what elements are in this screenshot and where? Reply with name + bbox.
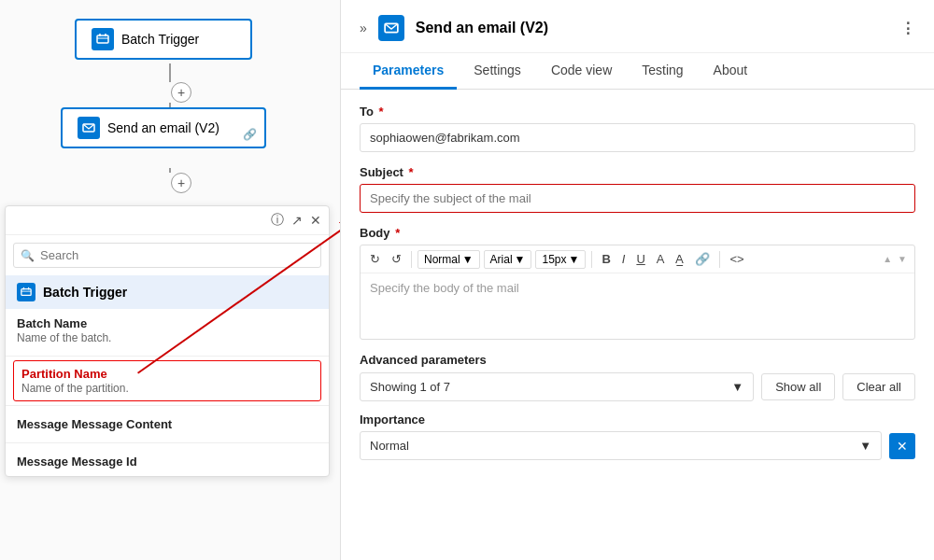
divider-2 <box>6 405 329 406</box>
svg-rect-5 <box>21 289 31 296</box>
importance-label: Importance <box>360 413 882 427</box>
show-all-button[interactable]: Show all <box>761 373 835 400</box>
tab-bar: Parameters Settings Code view Testing Ab… <box>341 53 934 90</box>
divider-1 <box>6 356 329 357</box>
scroll-down[interactable]: ▼ <box>896 252 909 266</box>
body-content-area[interactable]: Specify the body of the mail <box>361 273 914 339</box>
send-email-label: Send an email (V2) <box>107 120 219 135</box>
body-field-group: Body * ↻ ↺ Normal ▼ Arial ▼ 15p <box>360 226 915 340</box>
to-required: * <box>379 105 384 119</box>
divider-3 <box>6 442 329 443</box>
remove-importance-button[interactable]: ✕ <box>889 433 915 459</box>
body-required: * <box>395 226 400 240</box>
link-icon: 🔗 <box>243 128 257 141</box>
add-step-below[interactable]: + <box>171 173 191 193</box>
connector-line-3 <box>169 168 171 173</box>
dropdown-header: ⓘ ↗ ✕ <box>6 206 329 235</box>
subject-label: Subject * <box>360 165 915 179</box>
batch-trigger-label: Batch Trigger <box>121 32 199 47</box>
message-id-item[interactable]: Message Message Id <box>6 447 329 476</box>
advanced-showing: Showing 1 of 7 <box>370 380 450 394</box>
section-title: Batch Trigger <box>43 285 127 300</box>
importance-row: Importance Normal ▼ ✕ <box>360 413 915 460</box>
subject-required: * <box>409 165 414 179</box>
highlight-button[interactable]: A̲ <box>672 249 687 269</box>
underline-button[interactable]: U <box>632 249 648 269</box>
style-label: Normal <box>424 253 460 266</box>
style-dropdown[interactable]: Normal ▼ <box>417 250 480 269</box>
scroll-up[interactable]: ▲ <box>881 252 894 266</box>
code-button[interactable]: <> <box>726 249 747 269</box>
right-panel: » Send an email (V2) ⋮ Parameters Settin… <box>341 0 934 560</box>
send-email-node[interactable]: Send an email (V2) 🔗 <box>61 107 266 148</box>
sep-3 <box>719 251 720 268</box>
redo-button[interactable]: ↺ <box>388 249 405 269</box>
close-icon[interactable]: ✕ <box>310 213 321 228</box>
batch-name-title: Batch Name <box>17 316 318 330</box>
body-placeholder: Specify the body of the mail <box>370 281 519 295</box>
sep-1 <box>411 251 412 268</box>
advanced-row: Showing 1 of 7 ▼ Show all Clear all <box>360 372 915 401</box>
search-input[interactable] <box>13 243 321 268</box>
sep-2 <box>591 251 592 268</box>
batch-name-item[interactable]: Batch Name Name of the batch. <box>6 309 329 352</box>
panel-header-icon <box>378 15 404 41</box>
link-button[interactable]: 🔗 <box>691 249 714 269</box>
bold-button[interactable]: B <box>598 249 614 269</box>
section-icon <box>17 283 35 301</box>
more-options-button[interactable]: ⋮ <box>900 20 915 37</box>
message-content-item[interactable]: Message Message Content <box>6 410 329 439</box>
svg-rect-0 <box>97 35 108 43</box>
to-input[interactable] <box>360 123 915 152</box>
collapse-button[interactable]: » <box>360 21 367 35</box>
tab-parameters[interactable]: Parameters <box>360 53 457 90</box>
message-id-title: Message Message Id <box>17 455 318 469</box>
font-label: Arial <box>490 253 513 266</box>
partition-name-subtitle: Name of the partition. <box>21 382 313 395</box>
message-content-title: Message Message Content <box>17 417 318 431</box>
body-editor: ↻ ↺ Normal ▼ Arial ▼ 15px ▼ <box>360 245 915 340</box>
panel-body: To * Subject * Body * ↻ ↺ Normal <box>341 90 934 560</box>
tab-testing[interactable]: Testing <box>629 53 696 90</box>
italic-button[interactable]: I <box>618 249 630 269</box>
style-chevron: ▼ <box>462 253 474 266</box>
to-label: To * <box>360 105 915 119</box>
body-label: Body * <box>360 226 915 240</box>
connector-line-1 <box>169 63 171 82</box>
font-color-button[interactable]: A <box>653 249 669 269</box>
tab-about[interactable]: About <box>700 53 761 90</box>
font-dropdown[interactable]: Arial ▼ <box>484 250 532 269</box>
search-icon: 🔍 <box>21 249 35 262</box>
send-email-icon <box>78 117 100 139</box>
to-field-group: To * <box>360 105 915 152</box>
font-chevron: ▼ <box>515 253 526 266</box>
advanced-dropdown[interactable]: Showing 1 of 7 ▼ <box>360 372 754 401</box>
batch-name-subtitle: Name of the batch. <box>17 331 318 344</box>
partition-name-title: Partition Name <box>21 367 313 381</box>
info-icon[interactable]: ⓘ <box>271 212 284 229</box>
canvas-panel: Batch Trigger + Send an email (V2) 🔗 + <box>0 0 341 560</box>
search-box: 🔍 <box>13 243 321 268</box>
importance-value: Normal <box>370 439 409 453</box>
undo-button[interactable]: ↻ <box>366 249 384 269</box>
batch-trigger-section-header: Batch Trigger <box>6 275 329 309</box>
size-dropdown[interactable]: 15px ▼ <box>535 250 586 269</box>
subject-field-group: Subject * <box>360 165 915 213</box>
panel-title: Send an email (V2) <box>416 20 889 36</box>
subject-input[interactable] <box>360 184 915 213</box>
add-step-between[interactable]: + <box>171 82 191 103</box>
clear-all-button[interactable]: Clear all <box>842 373 915 400</box>
size-chevron: ▼ <box>569 253 580 266</box>
batch-trigger-node[interactable]: Batch Trigger <box>75 19 252 60</box>
expand-icon[interactable]: ↗ <box>291 213 303 228</box>
advanced-section: Advanced parameters Showing 1 of 7 ▼ Sho… <box>360 353 915 401</box>
dynamic-content-panel: ⓘ ↗ ✕ 🔍 Batch Trigger Batch Name Name of… <box>5 205 330 477</box>
importance-dropdown[interactable]: Normal ▼ <box>360 431 882 460</box>
panel-header: » Send an email (V2) ⋮ <box>341 0 934 53</box>
batch-trigger-icon <box>92 28 114 50</box>
tab-settings[interactable]: Settings <box>460 53 534 90</box>
advanced-chevron: ▼ <box>731 380 743 394</box>
size-label: 15px <box>542 253 566 266</box>
partition-name-item[interactable]: Partition Name Name of the partition. <box>13 360 321 401</box>
tab-code-view[interactable]: Code view <box>538 53 625 90</box>
